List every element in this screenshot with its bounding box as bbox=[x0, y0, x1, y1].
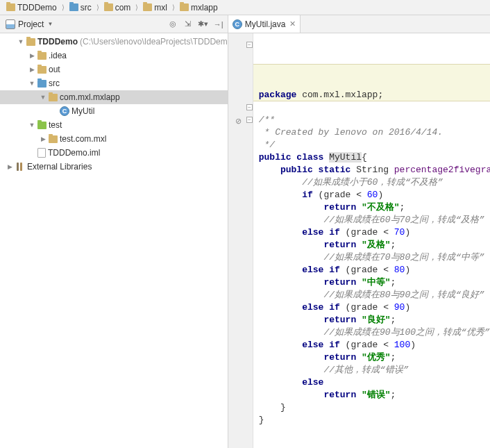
code-line[interactable]: public static String percentage2fivegrad… bbox=[257, 164, 490, 176]
code-line[interactable] bbox=[257, 101, 490, 114]
project-panel: Project ▼ ◎ ⇲ ✱▾ →| TDDDemo (C:\Users\le… bbox=[0, 15, 228, 448]
code-line[interactable]: * Created by lenovo on 2016/4/14. bbox=[257, 126, 490, 139]
expand-icon[interactable] bbox=[6, 163, 13, 170]
breadcrumb-sep: ⟩ bbox=[134, 3, 140, 11]
breadcrumb-item[interactable]: src bbox=[67, 3, 94, 13]
code-line[interactable]: public class MyUtil{ bbox=[257, 151, 490, 164]
breadcrumb-label: TDDDemo bbox=[17, 3, 57, 13]
fold-icon[interactable]: − bbox=[246, 104, 253, 110]
expand-icon[interactable] bbox=[28, 66, 35, 73]
expand-icon[interactable] bbox=[28, 122, 35, 128]
code-line[interactable]: return "优秀"; bbox=[257, 351, 490, 364]
fold-icon[interactable]: − bbox=[246, 42, 253, 48]
editor-tabs: C MyUtil.java ✕ bbox=[228, 15, 490, 33]
folder-icon bbox=[37, 66, 47, 74]
code-line[interactable]: //如果成绩小于60，转成“不及格” bbox=[257, 176, 490, 189]
collapse-icon[interactable]: ⇲ bbox=[182, 18, 194, 31]
breadcrumb-sep: ⟩ bbox=[60, 3, 66, 11]
folder-icon bbox=[180, 3, 189, 11]
tree-label: test bbox=[49, 120, 62, 130]
code-line[interactable]: //如果成绩在70与80之间，转成“中等” bbox=[257, 251, 490, 264]
code-line[interactable]: package com.mxl.mxlapp; bbox=[257, 89, 490, 101]
tree-label: test.com.mxl bbox=[60, 134, 106, 144]
code-line[interactable]: else if (grade < 90) bbox=[257, 301, 490, 314]
tree-row[interactable]: com.mxl.mxlapp bbox=[0, 90, 228, 104]
folder-icon bbox=[37, 52, 47, 60]
close-icon[interactable]: ✕ bbox=[288, 19, 296, 28]
code-line[interactable]: /** bbox=[257, 114, 490, 126]
code-line[interactable]: return "及格"; bbox=[257, 239, 490, 251]
code-line[interactable]: } bbox=[257, 401, 490, 414]
folder-icon bbox=[143, 3, 152, 11]
breadcrumb-label: mxlapp bbox=[191, 3, 218, 13]
breadcrumb-item[interactable]: mxlapp bbox=[178, 3, 220, 13]
tree-row[interactable]: test.com.mxl bbox=[0, 132, 228, 146]
override-icon[interactable]: ⊘ bbox=[235, 117, 242, 126]
class-icon: C bbox=[60, 106, 69, 116]
code-line[interactable]: //如果成绩在80与90之间，转成“良好” bbox=[257, 289, 490, 301]
target-icon[interactable]: ◎ bbox=[167, 18, 179, 31]
tree-row[interactable]: TDDDemo (C:\Users\lenovo\IdeaProjects\TD… bbox=[0, 35, 228, 49]
folder-icon bbox=[26, 38, 35, 46]
tree-row[interactable]: out bbox=[0, 63, 228, 76]
code-editor[interactable]: package com.mxl.mxlapp; /** * Created by… bbox=[253, 33, 490, 448]
tree-label: TDDDemo bbox=[37, 37, 78, 47]
tree-row[interactable]: src bbox=[0, 76, 228, 90]
project-tree[interactable]: TDDDemo (C:\Users\lenovo\IdeaProjects\TD… bbox=[0, 33, 228, 448]
code-line[interactable]: //如果成绩在90与100之间，转成“优秀” bbox=[257, 326, 490, 339]
hide-icon[interactable]: →| bbox=[212, 18, 225, 31]
folder-icon bbox=[49, 94, 58, 101]
code-line[interactable]: return "错误"; bbox=[257, 389, 490, 401]
breadcrumb-item[interactable]: com bbox=[102, 3, 133, 13]
breadcrumb-sep: ⟩ bbox=[171, 3, 176, 11]
breadcrumb-label: mxl bbox=[154, 3, 167, 13]
expand-icon[interactable] bbox=[17, 38, 24, 45]
code-line[interactable]: else bbox=[257, 376, 490, 389]
folder-icon bbox=[104, 3, 113, 11]
tree-row[interactable]: .idea bbox=[0, 49, 228, 63]
file-icon bbox=[37, 148, 46, 158]
project-dropdown-icon[interactable]: ▼ bbox=[47, 21, 53, 27]
class-icon: C bbox=[233, 19, 242, 29]
tree-label: out bbox=[49, 65, 60, 74]
breadcrumb-label: src bbox=[81, 3, 92, 13]
breadcrumb-item[interactable]: TDDDemo bbox=[4, 3, 59, 13]
code-line[interactable]: return "良好"; bbox=[257, 314, 490, 326]
code-line[interactable]: else if (grade < 100) bbox=[257, 339, 490, 351]
folder-icon bbox=[49, 135, 58, 143]
tree-row[interactable]: test bbox=[0, 118, 228, 132]
tree-row[interactable]: TDDDemo.iml bbox=[0, 146, 228, 160]
code-line[interactable]: if (grade < 60) bbox=[257, 189, 490, 201]
tree-row[interactable]: CMyUtil bbox=[0, 104, 228, 118]
project-header: Project ▼ ◎ ⇲ ✱▾ →| bbox=[0, 15, 228, 33]
breadcrumb-item[interactable]: mxl bbox=[141, 3, 169, 13]
tree-label: com.mxl.mxlapp bbox=[60, 92, 120, 102]
tab-label: MyUtil.java bbox=[245, 19, 286, 29]
code-line[interactable]: return "中等"; bbox=[257, 276, 490, 289]
breadcrumb: TDDDemo⟩src⟩com⟩mxl⟩mxlapp bbox=[0, 0, 490, 15]
fold-icon[interactable]: − bbox=[246, 117, 253, 123]
project-icon bbox=[6, 19, 15, 29]
tree-row[interactable]: External Libraries bbox=[0, 160, 228, 174]
editor-tab[interactable]: C MyUtil.java ✕ bbox=[228, 15, 301, 33]
code-line[interactable]: } bbox=[257, 414, 490, 426]
tree-label: TDDDemo.iml bbox=[48, 148, 100, 158]
expand-icon[interactable] bbox=[28, 52, 35, 59]
code-line[interactable]: //如果成绩在60与70之间，转成“及格” bbox=[257, 214, 490, 226]
expand-icon[interactable] bbox=[40, 94, 47, 101]
code-line[interactable]: return "不及格"; bbox=[257, 201, 490, 214]
code-line[interactable]: */ bbox=[257, 139, 490, 151]
breadcrumb-sep: ⟩ bbox=[95, 3, 101, 11]
library-icon bbox=[15, 163, 25, 171]
expand-icon[interactable] bbox=[40, 135, 47, 142]
breadcrumb-label: com bbox=[115, 3, 131, 13]
tree-label: .idea bbox=[49, 51, 67, 60]
code-line[interactable]: else if (grade < 80) bbox=[257, 264, 490, 276]
code-line[interactable]: else if (grade < 70) bbox=[257, 226, 490, 239]
expand-icon[interactable] bbox=[28, 80, 35, 87]
editor-gutter: − − − ⊘ bbox=[228, 33, 253, 448]
tree-label: External Libraries bbox=[27, 162, 92, 172]
folder-icon bbox=[37, 122, 47, 129]
settings-icon[interactable]: ✱▾ bbox=[197, 18, 210, 31]
code-line[interactable]: //其他，转成“错误” bbox=[257, 364, 490, 376]
